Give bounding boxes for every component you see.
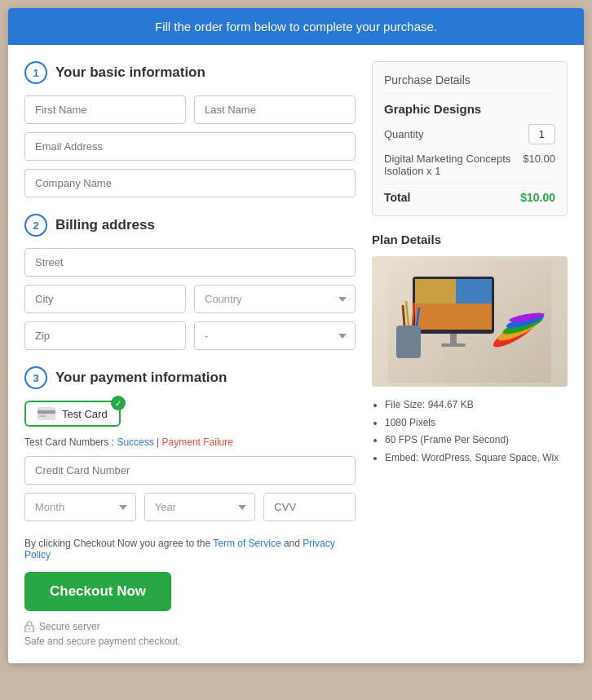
svg-rect-1 [38, 410, 55, 414]
secure-info: Secure server [24, 621, 356, 632]
state-select[interactable]: - [194, 321, 356, 350]
name-row [24, 95, 356, 124]
terms-of-service-link[interactable]: Term of Service [213, 538, 281, 549]
section3-number: 3 [24, 366, 47, 389]
purchase-details-title: Purchase Details [384, 73, 555, 94]
card-selected-check: ✓ [111, 396, 126, 410]
credit-card-input[interactable] [24, 456, 356, 485]
credit-card-icon [38, 407, 55, 420]
plan-spec-item: 1080 Pixels [385, 414, 568, 432]
zip-row: - [24, 321, 356, 350]
city-input[interactable] [24, 285, 186, 313]
svg-rect-15 [441, 343, 466, 347]
left-panel: 1 Your basic information 2 Billi [24, 61, 356, 647]
month-select[interactable]: Month [24, 493, 136, 521]
test-card-label: Test Card Numbers : [24, 436, 117, 448]
top-banner: Fill the order form below to complete yo… [8, 8, 584, 45]
year-select[interactable]: Year [144, 493, 256, 521]
plan-image-svg [388, 260, 551, 383]
cvv-input[interactable] [264, 494, 356, 521]
section3-title: Your payment information [55, 370, 227, 386]
company-row [24, 169, 356, 197]
cc-number-row [24, 456, 356, 485]
test-card-success-link[interactable]: Success [117, 436, 153, 448]
svg-rect-21 [396, 326, 421, 358]
section-payment: 3 Your payment information ✓ Test Card [24, 366, 356, 521]
page-wrapper: Fill the order form below to complete yo… [8, 8, 584, 663]
expiry-cvv-row: Month Year [24, 493, 356, 521]
secure-label: Secure server [39, 621, 100, 632]
terms-and: and [284, 538, 303, 549]
section1-title: Your basic information [55, 64, 205, 81]
svg-rect-13 [415, 303, 492, 330]
right-panel: Purchase Details Graphic Designs Quantit… [372, 61, 568, 647]
svg-rect-12 [456, 279, 492, 303]
item-row: Digital Marketing Concepts Isolation x 1… [384, 153, 555, 184]
section3-header: 3 Your payment information [24, 366, 356, 389]
section2-number: 2 [24, 214, 47, 237]
payment-method-label: Test Card [62, 408, 108, 420]
svg-rect-11 [415, 279, 456, 303]
street-row [24, 248, 356, 277]
content-area: 1 Your basic information 2 Billi [8, 45, 584, 663]
section1-number: 1 [24, 61, 47, 84]
svg-line-22 [403, 305, 404, 326]
product-name: Graphic Designs [384, 102, 555, 116]
payment-options: ✓ Test Card [24, 401, 356, 427]
plan-specs-list: File Size: 944.67 KB1080 Pixels60 FPS (F… [372, 397, 568, 467]
svg-point-7 [29, 628, 30, 630]
quantity-row: Quantity 1 [384, 124, 555, 144]
plan-spec-item: File Size: 944.67 KB [385, 397, 568, 414]
first-name-input[interactable] [24, 95, 186, 124]
checkout-button[interactable]: Checkout Now [24, 572, 171, 611]
banner-text: Fill the order form below to complete yo… [155, 20, 437, 33]
plan-details-section: Plan Details [372, 233, 568, 467]
card-option-testcard[interactable]: ✓ Test Card [24, 401, 121, 427]
terms-text: By clicking Checkout Now you agree to th… [24, 538, 356, 560]
section-basic-info: 1 Your basic information [24, 61, 356, 197]
section-billing: 2 Billing address Country - [24, 214, 356, 350]
cvv-wrap [263, 493, 356, 521]
total-label: Total [384, 191, 410, 204]
quantity-label: Quantity [384, 128, 423, 140]
last-name-input[interactable] [194, 95, 356, 124]
item-label: Digital Marketing Concepts Isolation x 1 [384, 153, 523, 177]
email-row [24, 132, 356, 161]
company-input[interactable] [24, 169, 356, 197]
svg-rect-14 [450, 334, 457, 343]
item-price: $10.00 [523, 153, 555, 177]
test-card-info: Test Card Numbers : Success | Payment Fa… [24, 436, 356, 448]
purchase-details-box: Purchase Details Graphic Designs Quantit… [372, 61, 568, 216]
svg-rect-2 [39, 415, 46, 417]
test-card-failure-link[interactable]: Payment Failure [162, 436, 233, 448]
country-select[interactable]: Country [194, 285, 356, 313]
section2-title: Billing address [55, 217, 155, 233]
city-country-row: Country [24, 285, 356, 313]
quantity-value: 1 [528, 124, 555, 144]
plan-title: Plan Details [372, 233, 568, 246]
plan-image [372, 256, 568, 387]
email-input[interactable] [24, 132, 356, 161]
total-value: $10.00 [520, 191, 555, 204]
terms-prefix: By clicking Checkout Now you agree to th… [24, 538, 213, 549]
plan-spec-item: 60 FPS (Frame Per Second) [385, 432, 568, 450]
street-input[interactable] [24, 248, 356, 277]
zip-input[interactable] [24, 321, 186, 350]
secure-sub-text: Safe and secure payment checkout. [24, 636, 356, 647]
plan-spec-item: Embed: WordPress, Square Space, Wix [385, 450, 568, 467]
lock-icon [24, 621, 34, 632]
section1-header: 1 Your basic information [24, 61, 356, 84]
total-row: Total $10.00 [384, 191, 555, 204]
section2-header: 2 Billing address [24, 214, 356, 237]
